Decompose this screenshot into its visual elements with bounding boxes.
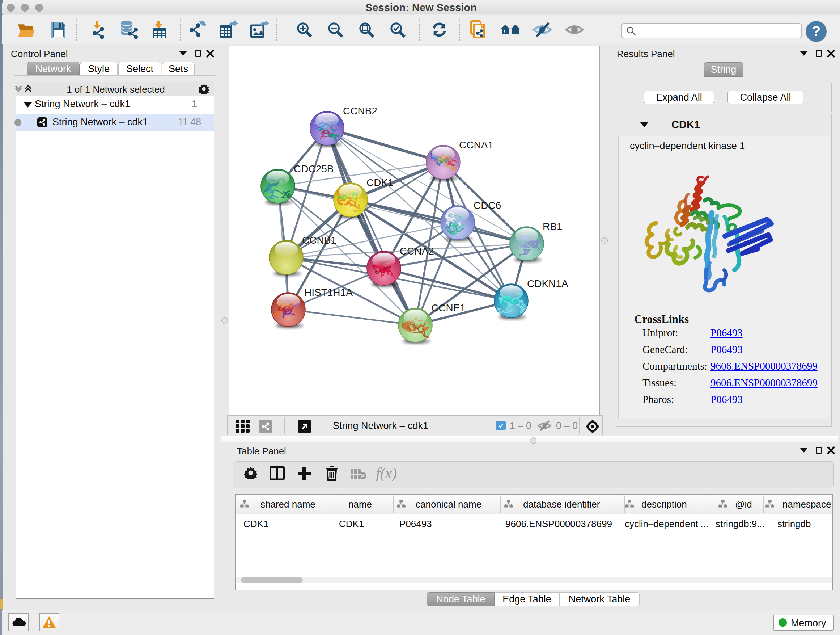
svg-text:CCNB1: CCNB1	[302, 234, 336, 246]
svg-text:CDK1: CDK1	[366, 177, 393, 188]
svg-text:CCNB2: CCNB2	[343, 105, 377, 117]
svg-text:CDC25B: CDC25B	[294, 163, 333, 174]
svg-text:CCNA2: CCNA2	[400, 245, 434, 257]
svg-text:CDC6: CDC6	[474, 200, 501, 211]
svg-text:RB1: RB1	[543, 221, 562, 232]
svg-text:CCNE1: CCNE1	[431, 302, 466, 314]
svg-text:CDKN1A: CDKN1A	[527, 278, 568, 289]
svg-text:HIST1H1A: HIST1H1A	[304, 287, 353, 298]
svg-text:CCNA1: CCNA1	[459, 139, 493, 150]
